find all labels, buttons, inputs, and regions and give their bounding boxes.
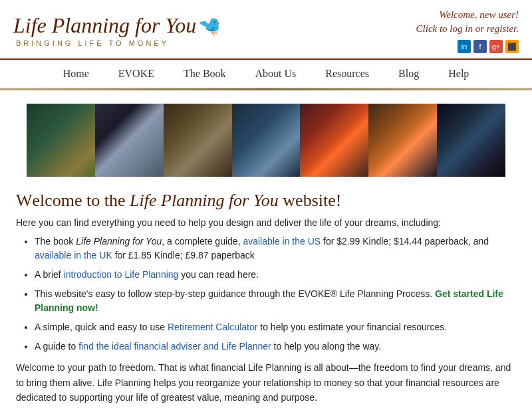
bullet-calc-after: to help you estimate your financial reso… xyxy=(257,322,447,332)
bullet-intro-after: you can read here. xyxy=(178,269,259,280)
logo-subtitle: BRINGING LIFE TO MONEY xyxy=(16,39,223,47)
link-retirement-calculator[interactable]: Retirement Calculator xyxy=(168,322,257,332)
linkedin-icon[interactable]: in xyxy=(458,40,471,53)
nav-item-home[interactable]: Home xyxy=(49,60,104,88)
bird-icon: 🐦 xyxy=(200,16,223,37)
nav-link-blog[interactable]: Blog xyxy=(384,60,434,88)
bullet-intro-before: A brief xyxy=(35,269,64,280)
logo-text: Life Planning for You xyxy=(13,14,196,37)
nav-link-about-us[interactable]: About Us xyxy=(241,60,311,88)
link-intro-life-planning[interactable]: introduction to Life Planning xyxy=(64,269,179,280)
intro-paragraph: Here you can find everything you need to… xyxy=(16,217,516,228)
heading-italic: Life Planning for You xyxy=(130,191,279,210)
heading-text2: website! xyxy=(279,191,342,210)
hero-panel-6 xyxy=(368,104,437,177)
nav-item-blog[interactable]: Blog xyxy=(384,60,434,88)
welcome-message[interactable]: Welcome, new user! Click to log in or re… xyxy=(416,8,519,36)
nav-link-resources[interactable]: Resources xyxy=(311,60,384,88)
googleplus-icon[interactable]: g+ xyxy=(489,40,503,53)
hero-section xyxy=(0,90,532,177)
features-list: The book Life Planning for You, a comple… xyxy=(35,235,516,354)
bullet-text: The book Life Planning for You, a comple… xyxy=(35,236,243,247)
link-available-us[interactable]: available in the US xyxy=(243,236,321,247)
nav-list: Home EVOKE The Book About Us Resources B… xyxy=(13,60,519,88)
page-title: Welcome to the Life Planning for You web… xyxy=(16,190,516,211)
logo-area: Life Planning for You 🐦 BRINGING LIFE TO… xyxy=(13,14,223,47)
bullet-calc-before: A simple, quick and easy to use xyxy=(35,322,168,332)
list-item-book: The book Life Planning for You, a comple… xyxy=(35,235,516,262)
nav-link-home[interactable]: Home xyxy=(49,60,104,88)
nav-item-resources[interactable]: Resources xyxy=(311,60,384,88)
nav-item-evoke[interactable]: EVOKE xyxy=(104,60,169,88)
link-available-uk[interactable]: available in the UK xyxy=(35,250,112,261)
bullet-evoke-text: This website's easy to follow step-by-st… xyxy=(35,288,435,299)
bullet-text-3: for £1.85 Kindle; £9.87 paperback xyxy=(112,250,255,261)
main-content: Welcome to the Life Planning for You web… xyxy=(0,183,532,418)
hero-panel-1 xyxy=(27,104,95,177)
heading-welcome: W xyxy=(16,191,33,210)
hero-panel-2 xyxy=(95,104,164,177)
list-item-evoke: This website's easy to follow step-by-st… xyxy=(35,287,516,315)
list-item-calculator: A simple, quick and easy to use Retireme… xyxy=(35,320,516,334)
nav-link-the-book[interactable]: The Book xyxy=(169,60,241,88)
list-item-adviser: A guide to find the ideal financial advi… xyxy=(35,340,516,354)
list-item-intro: A brief introduction to Life Planning yo… xyxy=(35,268,516,282)
heading-text1: elcome to the xyxy=(33,191,130,210)
site-logo[interactable]: Life Planning for You 🐦 xyxy=(13,14,223,37)
rss-icon[interactable]: ⬛ xyxy=(505,40,519,53)
bullet-text-2: for $2.99 Kindle; $14.44 paperback, and xyxy=(321,236,489,247)
nav-item-help[interactable]: Help xyxy=(434,60,483,88)
nav-item-about-us[interactable]: About Us xyxy=(241,60,311,88)
main-nav: Home EVOKE The Book About Us Resources B… xyxy=(0,60,532,88)
closing-paragraph: Welcome to your path to freedom. That is… xyxy=(16,360,516,405)
social-icons-bar: in f g+ ⬛ xyxy=(416,40,519,53)
link-find-adviser[interactable]: find the ideal financial adviser and Lif… xyxy=(78,341,271,352)
site-header: Life Planning for You 🐦 BRINGING LIFE TO… xyxy=(0,0,532,60)
welcome-line1: Welcome, new user! xyxy=(416,8,519,22)
hero-panel-7 xyxy=(437,104,505,177)
hero-panel-3 xyxy=(164,104,232,177)
facebook-icon[interactable]: f xyxy=(473,40,487,53)
hero-panel-5 xyxy=(300,104,368,177)
header-right: Welcome, new user! Click to log in or re… xyxy=(416,8,519,53)
nav-item-the-book[interactable]: The Book xyxy=(169,60,241,88)
nav-link-help[interactable]: Help xyxy=(434,60,483,88)
bullet-adviser-after: to help you along the way. xyxy=(271,341,382,352)
nav-link-evoke[interactable]: EVOKE xyxy=(104,60,169,88)
welcome-line2[interactable]: Click to log in or register. xyxy=(416,22,519,36)
hero-panel-4 xyxy=(232,104,301,177)
hero-banner xyxy=(27,104,505,177)
bullet-adviser-before: A guide to xyxy=(35,341,78,352)
